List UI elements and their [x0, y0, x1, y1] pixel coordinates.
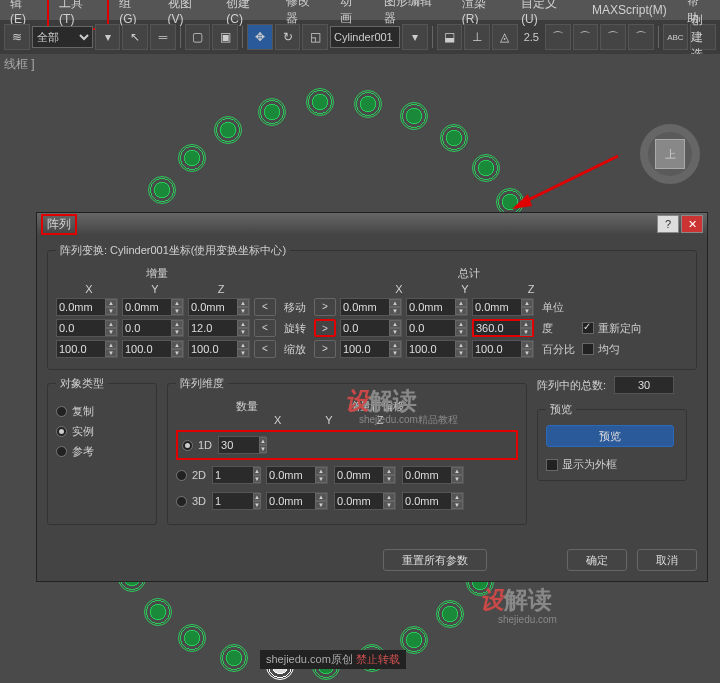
- selection-set-dropdown[interactable]: 全部: [32, 26, 93, 48]
- tool-b-icon[interactable]: ⊥: [464, 24, 490, 50]
- cylinder-object[interactable]: [144, 598, 172, 626]
- cylinder-object[interactable]: [354, 90, 382, 118]
- reset-button[interactable]: 重置所有参数: [383, 549, 487, 571]
- object-type-group: 对象类型 复制 实例 参考: [47, 376, 157, 525]
- dim-2d-z-spinner[interactable]: ▲▼: [402, 466, 464, 484]
- menubar: 辑(E) 工具(T) 组(G) 视图(V) 创建(C) 修改器 动画 图形编辑器…: [0, 0, 720, 20]
- cancel-button[interactable]: 取消: [637, 549, 697, 571]
- scale-iz-spinner[interactable]: ▲▼: [188, 340, 250, 358]
- abc-icon[interactable]: ABC: [663, 24, 689, 50]
- cylinder-object[interactable]: [306, 88, 334, 116]
- dim-3d-y-spinner[interactable]: ▲▼: [334, 492, 396, 510]
- dim-2d-radio[interactable]: 2D: [176, 469, 206, 481]
- rotate-ix-spinner[interactable]: ▲▼: [56, 319, 118, 337]
- cylinder-object[interactable]: [214, 116, 242, 144]
- cylinder-object[interactable]: [178, 144, 206, 172]
- cylinder-object[interactable]: [178, 624, 206, 652]
- dim-2d-x-spinner[interactable]: ▲▼: [266, 466, 328, 484]
- viewcube[interactable]: 上: [640, 124, 700, 184]
- snap-4-icon[interactable]: ⌒: [628, 24, 654, 50]
- move-tx-spinner[interactable]: ▲▼: [340, 298, 402, 316]
- dim-3d-radio[interactable]: 3D: [176, 495, 206, 507]
- close-button[interactable]: ✕: [681, 215, 703, 233]
- move-iz-spinner[interactable]: ▲▼: [188, 298, 250, 316]
- create-selection-icon[interactable]: 创建选: [690, 24, 716, 50]
- cylinder-object[interactable]: [148, 176, 176, 204]
- ref-coord-icon[interactable]: ▾: [402, 24, 428, 50]
- move-tz-spinner[interactable]: ▲▼: [472, 298, 534, 316]
- menu-animation[interactable]: 动画: [330, 0, 373, 29]
- menu-maxscript[interactable]: MAXScript(M): [582, 1, 677, 19]
- dialog-footer: 重置所有参数 确定 取消: [37, 543, 707, 581]
- dim-1d-radio[interactable]: 1D: [182, 439, 212, 451]
- dim-1d-count-spinner[interactable]: ▲▼: [218, 436, 266, 454]
- cylinder-object[interactable]: [436, 600, 464, 628]
- dim-2d-row: 2D ▲▼ ▲▼ ▲▼ ▲▼: [176, 464, 518, 486]
- array-total-input[interactable]: [614, 376, 674, 394]
- move-icon[interactable]: ✥: [247, 24, 273, 50]
- scale-iy-spinner[interactable]: ▲▼: [122, 340, 184, 358]
- rotate-iz-spinner[interactable]: ▲▼: [188, 319, 250, 337]
- rotate-icon[interactable]: ↻: [275, 24, 301, 50]
- instance-radio[interactable]: 实例: [56, 424, 148, 439]
- select-icon[interactable]: ▾: [95, 24, 121, 50]
- viewport-label[interactable]: 线框 ]: [4, 56, 35, 73]
- rotate-iy-spinner[interactable]: ▲▼: [122, 319, 184, 337]
- ok-button[interactable]: 确定: [567, 549, 627, 571]
- dim-2d-y-spinner[interactable]: ▲▼: [334, 466, 396, 484]
- cylinder-object[interactable]: [472, 154, 500, 182]
- dim-2d-count-spinner[interactable]: ▲▼: [212, 466, 260, 484]
- row-offset-label: 增量行偏移: [286, 399, 466, 414]
- scale-lt-button[interactable]: <: [254, 340, 276, 358]
- move-iy-spinner[interactable]: ▲▼: [122, 298, 184, 316]
- layers-icon[interactable]: ≋: [4, 24, 30, 50]
- preview-button[interactable]: 预览: [546, 425, 674, 447]
- cylinder-object[interactable]: [220, 644, 248, 672]
- reorient-checkbox[interactable]: 重新定向: [582, 321, 642, 336]
- dim-3d-z-spinner[interactable]: ▲▼: [402, 492, 464, 510]
- watermark-url: shejiedu.com: [498, 614, 557, 625]
- scale-tz-spinner[interactable]: ▲▼: [472, 340, 534, 358]
- rotate-gt-button[interactable]: >: [314, 319, 336, 337]
- copy-radio[interactable]: 复制: [56, 404, 148, 419]
- dialog-titlebar[interactable]: 阵列 ? ✕: [37, 213, 707, 235]
- reference-radio[interactable]: 参考: [56, 444, 148, 459]
- rotate-lt-button[interactable]: <: [254, 319, 276, 337]
- scale-ix-spinner[interactable]: ▲▼: [56, 340, 118, 358]
- svg-line-0: [520, 156, 618, 204]
- move-ty-spinner[interactable]: ▲▼: [406, 298, 468, 316]
- move-ix-spinner[interactable]: ▲▼: [56, 298, 118, 316]
- window-select-icon[interactable]: ▣: [212, 24, 238, 50]
- scale-gt-button[interactable]: >: [314, 340, 336, 358]
- move-gt-button[interactable]: >: [314, 298, 336, 316]
- object-name-input[interactable]: [330, 26, 400, 48]
- cylinder-object[interactable]: [400, 102, 428, 130]
- rotate-unit: 度: [538, 321, 578, 336]
- cursor-icon[interactable]: ↖: [122, 24, 148, 50]
- scale-icon[interactable]: ◱: [302, 24, 328, 50]
- cylinder-object[interactable]: [440, 124, 468, 152]
- filter-icon[interactable]: ═: [150, 24, 176, 50]
- tool-a-icon[interactable]: ⬓: [437, 24, 463, 50]
- array-dimensions-group: 阵列维度 数量 增量行偏移 X Y Z 1D ▲▼ 2D ▲▼: [167, 376, 527, 525]
- dim-3d-count-spinner[interactable]: ▲▼: [212, 492, 260, 510]
- viewcube-face[interactable]: 上: [655, 139, 685, 169]
- move-lt-button[interactable]: <: [254, 298, 276, 316]
- snap-1-icon[interactable]: ⌒: [545, 24, 571, 50]
- cylinder-object[interactable]: [258, 98, 286, 126]
- snap-3-icon[interactable]: ⌒: [600, 24, 626, 50]
- rotate-tx-spinner[interactable]: ▲▼: [340, 319, 402, 337]
- display-as-box-checkbox[interactable]: 显示为外框: [546, 457, 678, 472]
- scale-ty-spinner[interactable]: ▲▼: [406, 340, 468, 358]
- uniform-checkbox[interactable]: 均匀: [582, 342, 620, 357]
- rotate-ty-spinner[interactable]: ▲▼: [406, 319, 468, 337]
- rect-select-icon[interactable]: ▢: [185, 24, 211, 50]
- dim-3d-x-spinner[interactable]: ▲▼: [266, 492, 328, 510]
- scale-tx-spinner[interactable]: ▲▼: [340, 340, 402, 358]
- help-button[interactable]: ?: [657, 215, 679, 233]
- incremental-label: 增量: [56, 266, 258, 281]
- snap-2-icon[interactable]: ⌒: [573, 24, 599, 50]
- move-label: 移动: [280, 300, 310, 315]
- rotate-tz-spinner[interactable]: ▲▼: [472, 319, 534, 337]
- tool-c-icon[interactable]: ◬: [492, 24, 518, 50]
